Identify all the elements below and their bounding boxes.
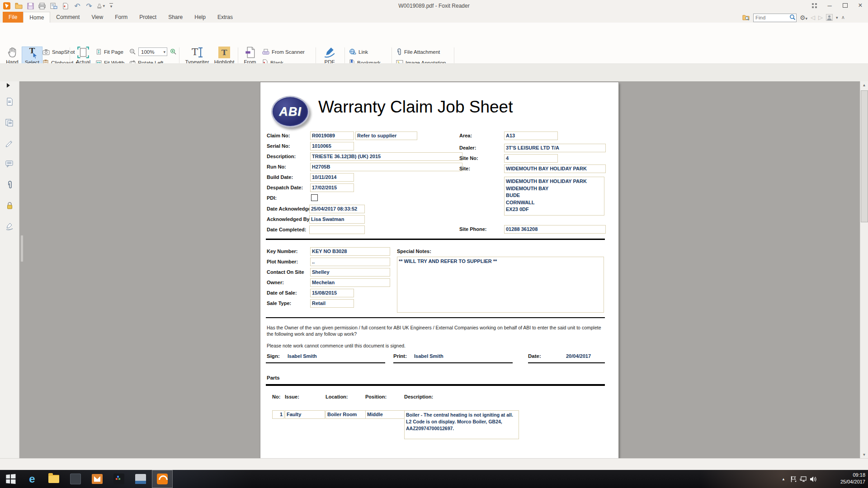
restore-button[interactable]: [837, 0, 853, 11]
parts-header-no: No:: [272, 394, 280, 399]
tab-help[interactable]: Help: [189, 12, 212, 23]
tab-file[interactable]: File: [3, 12, 23, 23]
taskbar-foxit-reader[interactable]: [152, 470, 173, 488]
description-field[interactable]: TRIESTE 36.12(3B) (UK) 2015: [310, 152, 462, 161]
signature-panel-icon[interactable]: [5, 221, 14, 231]
run-no-field[interactable]: H2705B: [310, 163, 462, 171]
part-location-field[interactable]: Boiler Room: [326, 410, 366, 419]
panel-resize-grip[interactable]: [20, 235, 24, 262]
contact-on-site-field[interactable]: Shelley: [310, 268, 390, 277]
volume-icon[interactable]: [808, 474, 818, 484]
tab-comment[interactable]: Comment: [50, 12, 85, 23]
tab-form[interactable]: Form: [109, 12, 133, 23]
area-field[interactable]: A13: [504, 131, 558, 140]
scanner-icon: [262, 49, 269, 55]
taskbar-app-1[interactable]: [65, 470, 86, 488]
show-hidden-icons[interactable]: ▲: [778, 474, 788, 484]
acknowledged-by-field[interactable]: Lisa Swatman: [309, 215, 365, 224]
site-phone-field[interactable]: 01288 361208: [504, 225, 606, 234]
zoom-in-button[interactable]: [170, 47, 177, 56]
highlight-button[interactable]: T Highlight: [213, 47, 235, 65]
tab-protect[interactable]: Protect: [133, 12, 162, 23]
collapse-ribbon-icon[interactable]: ∧: [841, 14, 845, 20]
actual-size-icon: [77, 47, 89, 58]
owner-field[interactable]: Mechelan: [310, 278, 390, 287]
close-button[interactable]: ×: [853, 0, 868, 11]
from-scanner-button[interactable]: From Scanner: [262, 47, 305, 56]
annotations-panel-icon[interactable]: [5, 138, 14, 148]
part-issue-field[interactable]: Faulty: [285, 410, 325, 419]
zoom-dropdown-icon[interactable]: ▾: [163, 50, 165, 54]
file-attachment-button[interactable]: File Attachment: [396, 47, 440, 56]
minimize-button[interactable]: ─: [822, 0, 837, 11]
site-no-field[interactable]: 4: [504, 154, 558, 163]
tab-share[interactable]: Share: [162, 12, 189, 23]
expand-panel-icon[interactable]: [7, 83, 10, 88]
history-forward-icon[interactable]: ▷: [818, 14, 823, 21]
tab-view[interactable]: View: [85, 12, 109, 23]
part-no-field[interactable]: 1: [272, 410, 284, 419]
key-number-field[interactable]: KEY NO B3028: [310, 247, 390, 256]
link-button[interactable]: Link: [349, 47, 368, 56]
network-icon[interactable]: [798, 474, 808, 484]
print-label: Print:: [393, 353, 407, 359]
scroll-up-icon[interactable]: ▲: [860, 81, 868, 89]
part-position-field[interactable]: Middle: [365, 410, 406, 419]
scrollbar-thumb[interactable]: [861, 90, 868, 222]
tab-extras[interactable]: Extras: [212, 12, 239, 23]
action-center-flag-icon[interactable]: [788, 474, 798, 484]
history-back-icon[interactable]: ◁: [811, 14, 815, 21]
claim-note-field[interactable]: Refer to supplier: [355, 131, 417, 140]
sign-label: Sign:: [267, 353, 280, 359]
site-address-field[interactable]: WIDEMOUTH BAY HOLIDAY PARK WIDEMOUTH BAY…: [504, 177, 604, 216]
page-thumbnails-icon[interactable]: [5, 97, 14, 107]
security-panel-icon[interactable]: [5, 201, 14, 211]
scroll-down-icon[interactable]: ▼: [860, 451, 868, 458]
tab-home[interactable]: Home: [23, 12, 50, 23]
sale-type-label: Sale Type:: [267, 300, 291, 306]
bookmarks-panel-icon[interactable]: [5, 117, 14, 127]
window-controls: ─ ×: [807, 0, 868, 11]
dealer-field[interactable]: 3T'S LEISURE LTD T/A: [504, 144, 606, 152]
part-description-field[interactable]: Boiler - The central heating is not igni…: [404, 410, 519, 439]
vertical-scrollbar[interactable]: ▲ ▼: [860, 81, 868, 458]
comments-panel-icon[interactable]: [5, 159, 14, 169]
taskbar-internet-explorer[interactable]: e: [22, 470, 42, 488]
find-bar: ⚙▾ ◁ ▷ ▾ ∧: [742, 13, 845, 22]
pdi-checkbox[interactable]: [311, 194, 318, 201]
date-acknowledged-field[interactable]: 25/04/2017 08:33:52: [309, 205, 365, 213]
claim-no-field[interactable]: R0019089: [310, 131, 354, 140]
despatch-date-field[interactable]: 17/02/2015: [310, 183, 354, 192]
hand-button[interactable]: Hand: [4, 47, 21, 65]
print-value[interactable]: Isabel Smith: [414, 353, 443, 359]
taskbar-app-3[interactable]: [130, 470, 151, 488]
special-notes-field[interactable]: ** WILL TRY AND REFER TO SUPPLIER **: [397, 257, 604, 313]
site-field[interactable]: WIDEMOUTH BAY HOLIDAY PARK: [504, 164, 606, 173]
typewriter-button[interactable]: T Typewriter: [184, 47, 211, 65]
search-folder-icon[interactable]: [742, 14, 750, 21]
user-avatar-icon[interactable]: [826, 14, 833, 21]
zoom-level-combobox[interactable]: 100% ▾: [138, 47, 167, 56]
taskbar-file-explorer[interactable]: [43, 470, 64, 488]
start-button[interactable]: [0, 470, 21, 488]
search-icon[interactable]: [789, 14, 796, 20]
sale-type-field[interactable]: Retail: [310, 299, 354, 308]
date-value[interactable]: 20/04/2017: [566, 353, 591, 359]
user-dropdown-icon[interactable]: ▾: [836, 15, 838, 20]
owner-label: Owner:: [267, 280, 284, 285]
attachments-panel-icon[interactable]: [5, 180, 14, 190]
taskbar-clock[interactable]: 09:18 25/04/2017: [826, 472, 868, 485]
plot-number-field[interactable]: ..: [310, 258, 390, 266]
taskbar-outlook[interactable]: [87, 470, 108, 488]
zoom-out-button[interactable]: [129, 47, 136, 56]
gear-icon[interactable]: ⚙▾: [800, 14, 807, 21]
sign-value[interactable]: Isabel Smith: [288, 353, 317, 359]
serial-no-field[interactable]: 1010065: [310, 142, 354, 150]
build-date-field[interactable]: 10/11/2014: [310, 173, 354, 182]
date-of-sale-field[interactable]: 15/08/2015: [310, 289, 354, 297]
fit-page-button[interactable]: Fit Page: [96, 47, 123, 56]
date-completed-field[interactable]: [309, 225, 365, 234]
taskbar-app-2[interactable]: [108, 470, 129, 488]
zoom-out-icon: [129, 48, 136, 55]
gallery-icon[interactable]: [807, 0, 822, 11]
